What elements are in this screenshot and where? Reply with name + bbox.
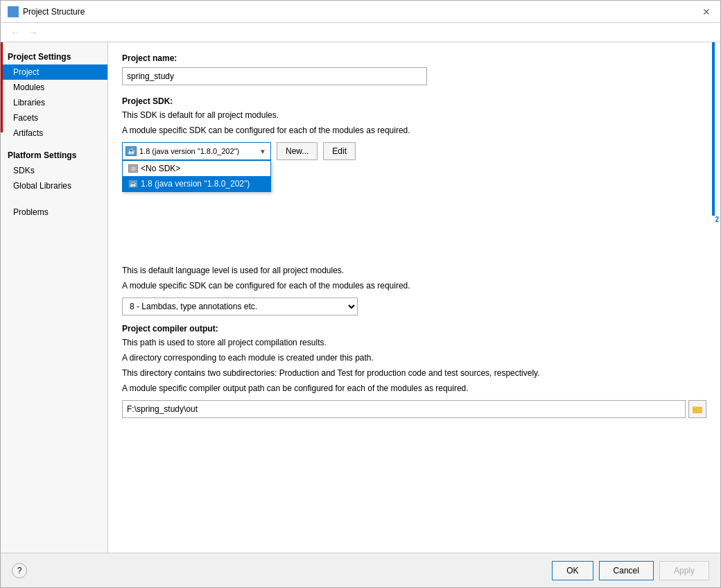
app-icon — [8, 6, 19, 17]
jdk18-label: 1.8 (java version "1.8.0_202") — [141, 179, 250, 189]
right-number: 2 — [715, 216, 719, 223]
svg-rect-3 — [14, 12, 17, 16]
sidebar-item-artifacts[interactable]: Artifacts — [1, 126, 107, 141]
sidebar-item-sdks[interactable]: SDKs — [1, 163, 107, 178]
compiler-desc2: A directory corresponding to each module… — [122, 352, 706, 364]
project-structure-window: Project Structure ✕ ← → Project Settings… — [0, 0, 721, 588]
apply-button[interactable]: Apply — [659, 561, 709, 580]
title-bar: Project Structure ✕ — [1, 1, 720, 23]
project-settings-section: Project Settings — [1, 48, 107, 64]
sdk-desc1: This SDK is default for all project modu… — [122, 109, 706, 121]
bottom-bar: ? OK Cancel Apply — [1, 553, 720, 587]
compiler-desc4: A module specific compiler output path c… — [122, 382, 706, 395]
sdk-new-button[interactable]: New... — [277, 142, 318, 160]
compiler-output-input[interactable] — [122, 400, 686, 418]
dropdown-arrow-icon: ▼ — [259, 148, 266, 155]
ok-button[interactable]: OK — [552, 561, 593, 580]
platform-settings-section: Platform Settings — [1, 146, 107, 163]
lang-desc2: A module specific SDK can be configured … — [122, 279, 706, 292]
sdk-edit-button[interactable]: Edit — [323, 142, 356, 160]
sdk-desc2: A module specific SDK can be configured … — [122, 124, 706, 137]
svg-rect-0 — [9, 8, 12, 11]
sdk-row: ☕ 1.8 (java version "1.8.0_202") ▼ ⊘ <No… — [122, 142, 706, 160]
bottom-bar-left: ? — [12, 563, 546, 578]
compiler-desc1: This path is used to store all project c… — [122, 336, 706, 349]
sdk-select[interactable]: ☕ 1.8 (java version "1.8.0_202") ▼ — [122, 142, 271, 160]
help-button[interactable]: ? — [12, 563, 27, 578]
window-title: Project Structure — [23, 7, 85, 17]
svg-rect-6 — [693, 406, 696, 408]
right-accent — [712, 42, 715, 216]
language-level-select[interactable]: 8 - Lambdas, type annotations etc. — [122, 297, 358, 315]
dropdown-item-jdk18[interactable]: ☕ 1.8 (java version "1.8.0_202") — [123, 176, 270, 191]
sidebar-item-facets[interactable]: Facets — [1, 110, 107, 126]
sdk-dropdown-open: ⊘ <No SDK> ☕ 1.8 (java version "1.8.0_20… — [122, 160, 271, 192]
nosdk-icon: ⊘ — [128, 164, 138, 173]
project-name-label: Project name: — [122, 53, 706, 63]
compiler-desc3: This directory contains two subdirectori… — [122, 367, 706, 379]
project-name-input[interactable] — [122, 67, 427, 85]
sdk-section-title: Project SDK: — [122, 96, 706, 106]
forward-button[interactable]: → — [26, 26, 41, 40]
left-accent — [1, 42, 3, 132]
main-content: Project Settings Project Modules Librari… — [1, 42, 720, 553]
lang-desc1: This is default language level is used f… — [122, 264, 706, 277]
toolbar: ← → — [1, 23, 720, 42]
compiler-output-row — [122, 400, 706, 418]
content-area: Project name: Project SDK: This SDK is d… — [108, 42, 720, 553]
compiler-section-title: Project compiler output: — [122, 324, 706, 334]
sdk-icon: ☕ — [125, 146, 137, 156]
cancel-button[interactable]: Cancel — [599, 561, 654, 580]
sdk-dropdown-container: ☕ 1.8 (java version "1.8.0_202") ▼ ⊘ <No… — [122, 142, 271, 160]
nosdk-label: <No SDK> — [141, 164, 180, 173]
sdk-selected-text: 1.8 (java version "1.8.0_202") — [139, 147, 239, 155]
jdk18-icon: ☕ — [128, 180, 138, 188]
close-button[interactable]: ✕ — [700, 5, 713, 19]
sidebar-item-libraries[interactable]: Libraries — [1, 95, 107, 110]
title-bar-left: Project Structure — [8, 6, 85, 17]
sidebar-item-global-libraries[interactable]: Global Libraries — [1, 178, 107, 193]
sidebar-item-problems[interactable]: Problems — [1, 205, 107, 220]
sidebar-item-project[interactable]: Project — [1, 64, 107, 80]
back-button[interactable]: ← — [8, 26, 23, 40]
sidebar: Project Settings Project Modules Librari… — [1, 42, 108, 553]
sidebar-item-modules[interactable]: Modules — [1, 80, 107, 95]
dropdown-item-nosdk[interactable]: ⊘ <No SDK> — [123, 161, 270, 176]
language-select-container: 8 - Lambdas, type annotations etc. — [122, 297, 706, 315]
svg-rect-1 — [14, 8, 17, 11]
folder-browse-button[interactable] — [688, 400, 706, 418]
svg-rect-2 — [9, 12, 12, 16]
